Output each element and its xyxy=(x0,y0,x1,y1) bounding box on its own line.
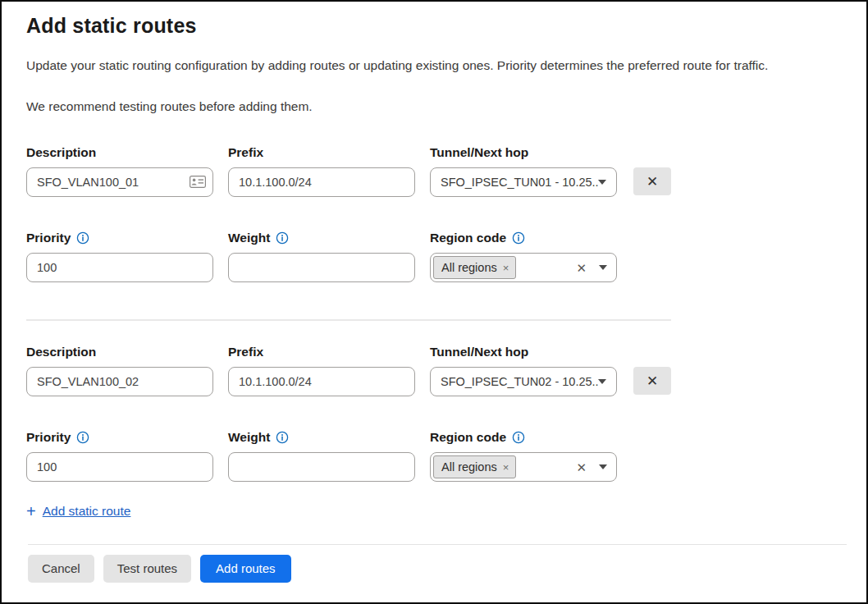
info-icon[interactable] xyxy=(276,231,289,245)
recommendation-text: We recommend testing routes before addin… xyxy=(26,98,843,115)
priority-label: Priority xyxy=(26,230,71,246)
chevron-down-icon xyxy=(598,379,606,384)
chevron-down-icon xyxy=(599,464,607,469)
description-label: Description xyxy=(26,144,213,161)
prefix-input[interactable] xyxy=(228,167,415,197)
region-tag: All regions × xyxy=(433,256,516,279)
region-code-multiselect[interactable]: All regions × ✕ xyxy=(430,253,617,282)
priority-label: Priority xyxy=(26,429,71,446)
prefix-label: Prefix xyxy=(228,344,415,360)
region-tag: All regions × xyxy=(433,455,516,478)
remove-route-button[interactable]: ✕ xyxy=(633,167,671,195)
add-static-routes-dialog: Add static routes Update your static rou… xyxy=(0,0,868,604)
weight-label: Weight xyxy=(228,429,270,446)
footer: Cancel Test routes Add routes xyxy=(26,544,843,583)
info-icon[interactable] xyxy=(512,231,525,245)
region-field-2: Region code All regions × ✕ xyxy=(430,429,617,482)
tunnel-next-hop-label: Tunnel/Next hop xyxy=(430,144,617,161)
weight-field-1: Weight xyxy=(228,230,415,282)
cancel-button[interactable]: Cancel xyxy=(28,555,94,583)
info-icon[interactable] xyxy=(276,431,289,444)
tunnel-selected-value: SFO_IPSEC_TUN02 - 10.25... xyxy=(441,375,598,388)
tunnel-next-hop-select[interactable]: SFO_IPSEC_TUN02 - 10.25... xyxy=(430,367,617,396)
info-icon[interactable] xyxy=(76,231,89,245)
description-input[interactable] xyxy=(26,167,213,197)
region-tag-label: All regions xyxy=(441,261,497,274)
region-code-label: Region code xyxy=(430,429,506,446)
weight-input[interactable] xyxy=(228,253,415,282)
weight-input[interactable] xyxy=(228,452,415,482)
chevron-down-icon xyxy=(598,180,606,185)
priority-input[interactable] xyxy=(26,253,213,282)
tunnel-field-2: Tunnel/Next hop SFO_IPSEC_TUN02 - 10.25.… xyxy=(430,344,617,396)
region-tag-label: All regions xyxy=(441,460,497,474)
tunnel-next-hop-select[interactable]: SFO_IPSEC_TUN01 - 10.25... xyxy=(430,167,617,197)
priority-field-1: Priority xyxy=(26,230,213,282)
chevron-down-icon xyxy=(599,265,607,270)
region-code-multiselect[interactable]: All regions × ✕ xyxy=(430,452,617,482)
remove-route-button[interactable]: ✕ xyxy=(633,367,671,395)
priority-input[interactable] xyxy=(26,452,213,482)
region-field-1: Region code All regions × ✕ xyxy=(430,230,617,282)
add-static-route-link[interactable]: + Add static route xyxy=(26,503,130,519)
description-field-2: Description xyxy=(26,344,213,396)
route-entry-2: Description Prefix Tunnel/Next hop SFO_I… xyxy=(26,344,843,482)
footer-divider xyxy=(28,544,847,545)
prefix-input[interactable] xyxy=(228,367,415,396)
weight-label: Weight xyxy=(228,230,270,246)
intro-text: Update your static routing configuration… xyxy=(26,57,843,74)
region-code-label: Region code xyxy=(430,230,506,246)
route-entry-1: Description Prefix xyxy=(26,144,843,282)
prefix-field-2: Prefix xyxy=(228,344,415,396)
page-title: Add static routes xyxy=(26,13,843,38)
info-icon[interactable] xyxy=(512,431,525,444)
add-routes-button[interactable]: Add routes xyxy=(200,555,291,583)
description-field-1: Description xyxy=(26,144,213,197)
add-static-route-link-label: Add static route xyxy=(43,504,131,519)
description-input[interactable] xyxy=(26,367,213,396)
description-label: Description xyxy=(26,344,213,360)
info-icon[interactable] xyxy=(76,431,89,444)
tunnel-next-hop-label: Tunnel/Next hop xyxy=(430,344,617,360)
tag-remove-icon[interactable]: × xyxy=(503,462,509,473)
prefix-field-1: Prefix xyxy=(228,144,415,197)
clear-selection-icon[interactable]: ✕ xyxy=(576,461,587,474)
tag-remove-icon[interactable]: × xyxy=(503,263,509,273)
test-routes-button[interactable]: Test routes xyxy=(103,555,191,583)
tunnel-field-1: Tunnel/Next hop SFO_IPSEC_TUN01 - 10.25.… xyxy=(430,144,617,197)
tunnel-selected-value: SFO_IPSEC_TUN01 - 10.25... xyxy=(441,176,598,189)
route-divider xyxy=(26,319,671,321)
weight-field-2: Weight xyxy=(228,429,415,482)
priority-field-2: Priority xyxy=(26,429,213,482)
clear-selection-icon[interactable]: ✕ xyxy=(576,262,587,274)
plus-icon: + xyxy=(26,503,36,519)
prefix-label: Prefix xyxy=(228,144,415,161)
